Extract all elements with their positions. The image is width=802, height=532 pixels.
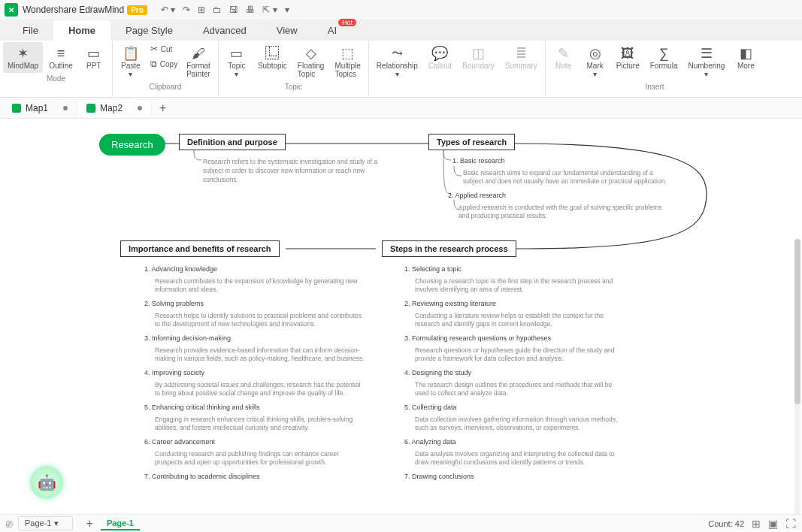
status-bar: ⎚ Page-1 ▾ + Page-1 Count: 42 ⊞ ▣ ⛶ <box>0 514 802 532</box>
multiple-icon: ⬚ <box>341 45 354 62</box>
open-icon[interactable]: 🗀 <box>213 5 222 15</box>
app-name: Wondershare EdrawMind <box>23 5 124 15</box>
unsaved-dot-icon <box>63 106 68 110</box>
format-painter-button[interactable]: 🖌Format Painter <box>182 42 215 81</box>
mark-button[interactable]: ◎Mark▾ <box>580 42 610 81</box>
node-solving-problems[interactable]: 2. Solving problemsResearch helps to ide… <box>144 299 365 329</box>
picture-button[interactable]: 🖼Picture <box>612 42 644 73</box>
subtopic-icon: ⿺ <box>265 45 279 62</box>
map-icon <box>86 104 95 113</box>
export-icon[interactable]: ⇱ ▾ <box>262 5 277 15</box>
node-advancing-knowledge[interactable]: 1. Advancing knowledgeResearch contribut… <box>144 264 365 295</box>
redo-icon[interactable]: ↷ <box>183 5 190 15</box>
boundary-icon: ◫ <box>472 45 485 62</box>
node-drawing-conclusions[interactable]: 7. Drawing conclusions <box>404 472 474 482</box>
pages-panel-icon[interactable]: ⎚ <box>6 518 12 530</box>
paste-icon: 📋 <box>123 45 139 62</box>
node-career-advancement[interactable]: 6. Career advancementConducting research… <box>144 437 365 467</box>
doc-tab-map1[interactable]: Map1 <box>3 100 77 116</box>
formula-button[interactable]: ∑Formula <box>646 42 682 73</box>
node-definition-detail[interactable]: Research refers to the systematic invest… <box>203 158 398 185</box>
node-definition[interactable]: Definition and purpose <box>179 134 286 150</box>
node-steps[interactable]: Steps in the research process <box>382 240 516 257</box>
tab-file[interactable]: File <box>8 20 53 41</box>
floating-topic-button[interactable]: ◇Floating Topic <box>293 42 329 81</box>
topic-icon: ▭ <box>230 45 243 62</box>
node-critical-thinking[interactable]: 5. Enhancing critical thinking and skill… <box>144 403 365 433</box>
node-types[interactable]: Types of research <box>428 134 515 150</box>
cut-icon: ✂ <box>150 44 158 54</box>
formula-icon: ∑ <box>659 45 669 62</box>
node-selecting-topic[interactable]: 1. Selecting a topicChoosing a research … <box>404 264 625 295</box>
multiple-topics-button[interactable]: ⬚Multiple Topics <box>330 42 365 81</box>
node-improving-society[interactable]: 4. Improving societyBy addressing societ… <box>144 368 365 398</box>
cut-button[interactable]: ✂Cut <box>147 42 180 56</box>
more-button[interactable]: ◧More <box>731 42 761 73</box>
save-icon[interactable]: 🖫 <box>229 5 238 15</box>
node-formulating-questions[interactable]: 3. Formulating research questions or hyp… <box>404 334 625 364</box>
group-label-mode: Mode <box>47 73 65 84</box>
numbering-icon: ☰ <box>701 45 713 62</box>
mindmap-icon: ✶ <box>17 45 29 62</box>
ppt-button[interactable]: ▭PPT <box>79 42 109 73</box>
node-importance[interactable]: Importance and benefits of research <box>120 240 280 257</box>
tab-home[interactable]: Home <box>53 20 110 41</box>
add-page-button[interactable]: + <box>86 517 93 530</box>
print-icon[interactable]: 🖶 <box>246 5 255 15</box>
page-tab[interactable]: Page-1 <box>101 517 140 530</box>
node-basic-research[interactable]: 1. Basic researchBasic research aims to … <box>452 156 673 186</box>
paste-button[interactable]: 📋Paste▾ <box>116 42 146 81</box>
topic-count: Count: 42 <box>708 519 744 528</box>
topic-button[interactable]: ▭Topic▾ <box>222 42 252 81</box>
copy-icon: ⧉ <box>150 59 157 69</box>
note-button[interactable]: ✎Note <box>549 42 579 73</box>
mindmap-canvas[interactable]: Research Definition and purpose Research… <box>0 119 802 514</box>
page-select[interactable]: Page-1 ▾ <box>18 516 73 530</box>
doc-tab-map2[interactable]: Map2 <box>77 100 152 116</box>
title-bar: ✕ Wondershare EdrawMind Pro ↶ ▾ ↷ ⊞ 🗀 🖫 … <box>0 0 802 20</box>
new-icon[interactable]: ⊞ <box>198 5 205 15</box>
view-mode2-icon[interactable]: ▣ <box>768 518 778 530</box>
callout-button[interactable]: 💬Callout <box>424 42 456 73</box>
relationship-button[interactable]: ⤳Relationship▾ <box>372 42 422 81</box>
group-insert: ✎Note ◎Mark▾ 🖼Picture ∑Formula ☰Numberin… <box>546 41 764 97</box>
mindmap-button[interactable]: ✶MindMap <box>3 42 43 73</box>
summary-icon: ≣ <box>516 45 527 62</box>
tab-page-style[interactable]: Page Style <box>110 20 188 41</box>
group-clipboard: 📋Paste▾ ✂Cut ⧉Copy 🖌Format Painter Clipb… <box>113 41 219 97</box>
copy-button[interactable]: ⧉Copy <box>147 57 180 71</box>
undo-icon[interactable]: ↶ ▾ <box>161 5 175 15</box>
connector-lines <box>0 119 802 514</box>
ai-assistant-button[interactable]: 🤖 <box>30 466 63 499</box>
node-applied-research[interactable]: 2. Applied researchApplied research is c… <box>448 191 669 221</box>
ribbon: ✶MindMap ≡Outline ▭PPT Mode 📋Paste▾ ✂Cut… <box>0 41 802 98</box>
group-topic: ▭Topic▾ ⿺Subtopic ◇Floating Topic ⬚Multi… <box>219 41 369 97</box>
root-node[interactable]: Research <box>99 134 165 156</box>
vertical-scrollbar[interactable] <box>794 239 800 514</box>
qat-more-icon[interactable]: ▾ <box>285 5 289 15</box>
node-designing-study[interactable]: 4. Designing the studyThe research desig… <box>404 368 625 398</box>
node-informing-decisions[interactable]: 3. Informing decision-makingResearch pro… <box>144 334 365 364</box>
numbering-button[interactable]: ☰Numbering▾ <box>683 42 729 81</box>
map-icon <box>12 104 21 113</box>
fullscreen-icon[interactable]: ⛶ <box>785 518 796 530</box>
node-reviewing-literature[interactable]: 2. Reviewing existing literatureConducti… <box>404 299 625 329</box>
relationship-icon: ⤳ <box>392 45 403 62</box>
boundary-button[interactable]: ◫Boundary <box>458 42 499 73</box>
node-contributing-academic[interactable]: 7. Contributing to academic disciplines <box>144 472 260 482</box>
scroll-thumb[interactable] <box>794 239 800 404</box>
add-document-button[interactable]: + <box>152 98 174 118</box>
tab-ai[interactable]: AIHot <box>313 20 352 41</box>
view-mode1-icon[interactable]: ⊞ <box>752 518 761 530</box>
outline-button[interactable]: ≡Outline <box>44 42 77 73</box>
tab-ai-label: AI <box>328 25 337 36</box>
subtopic-button[interactable]: ⿺Subtopic <box>253 42 292 73</box>
hot-badge: Hot <box>338 19 356 26</box>
node-analyzing-data[interactable]: 6. Analyzing dataData analysis involves … <box>404 437 625 467</box>
picture-icon: 🖼 <box>621 45 634 62</box>
node-collecting-data[interactable]: 5. Collecting dataData collection involv… <box>404 403 625 433</box>
summary-button[interactable]: ≣Summary <box>501 42 542 73</box>
tab-view[interactable]: View <box>262 20 313 41</box>
quick-access-toolbar: ↶ ▾ ↷ ⊞ 🗀 🖫 🖶 ⇱ ▾ ▾ <box>161 5 289 15</box>
tab-advanced[interactable]: Advanced <box>188 20 262 41</box>
